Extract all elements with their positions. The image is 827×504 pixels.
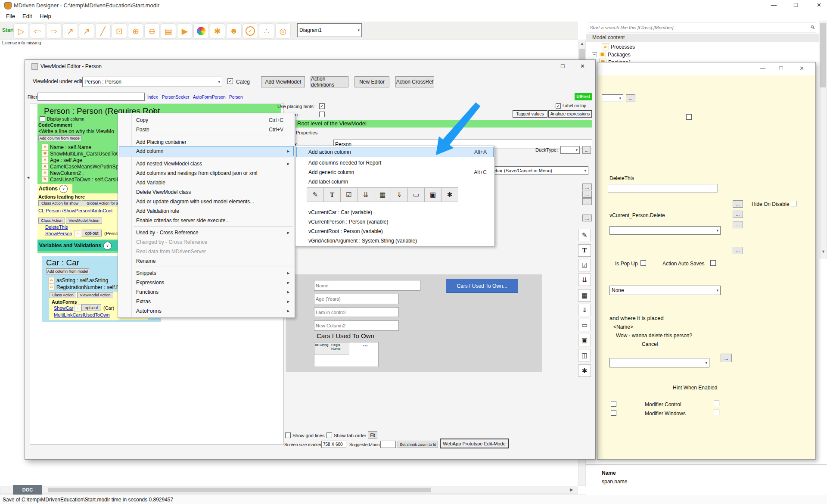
scroll-right-icon[interactable]: ▶: [570, 487, 573, 492]
column-row[interactable]: ACamelCaseMeansWePutInSpa: [42, 163, 121, 170]
maximize-button[interactable]: □: [561, 62, 564, 69]
download-icon[interactable]: ⇓: [391, 187, 408, 202]
submenu-item-add-label-column[interactable]: Add label column: [308, 177, 493, 187]
menu-item-add-placing-container[interactable]: Add Placing container: [136, 137, 293, 147]
filter-link-personseeker[interactable]: PersonSeeker: [162, 95, 189, 100]
minimize-button[interactable]: —: [771, 2, 777, 8]
back-arrow-icon[interactable]: ⇦: [30, 23, 45, 39]
menu-item-add-validation-rule[interactable]: Add Validation rule: [136, 206, 293, 216]
column-row[interactable]: AAge : self.Age: [42, 157, 82, 163]
menu-file[interactable]: File: [6, 13, 15, 19]
minimize-button[interactable]: —: [541, 63, 547, 70]
delete-this-link[interactable]: DeleteThis: [45, 224, 68, 230]
opt-out-button[interactable]: opt-out: [81, 304, 101, 311]
show-grid-lines-checkbox[interactable]: [285, 432, 291, 438]
image-icon[interactable]: ▣: [578, 334, 591, 346]
search-icon[interactable]: 🔍︎: [810, 25, 815, 31]
filter-input[interactable]: [37, 93, 145, 101]
edit-pencil-icon[interactable]: ✎: [307, 187, 324, 202]
requires-root-checkbox[interactable]: [146, 103, 152, 103]
suggested-zoom-field[interactable]: [380, 441, 396, 448]
search-input[interactable]: [588, 22, 816, 33]
debug-rings-icon[interactable]: ◎: [275, 23, 291, 39]
submenu-item-add-generic-column[interactable]: Add generic columnAlt+C: [308, 168, 493, 177]
canvas-hscrollbar[interactable]: ▶: [0, 486, 578, 494]
ellipsis-button[interactable]: ...: [733, 211, 743, 218]
column-row[interactable]: ARegistrationNumber : self.R: [48, 284, 120, 290]
close-button[interactable]: ✕: [817, 2, 821, 8]
download-icon[interactable]: ⇓: [578, 304, 591, 316]
use-placing-hints-checkbox[interactable]: [319, 103, 325, 109]
submenu-item-vgridactionargument[interactable]: vGridActionArgument : System.String (var…: [308, 236, 493, 246]
ellipsis-button[interactable]: ...: [582, 146, 591, 154]
menu-item-snippets[interactable]: Snippets►: [136, 268, 293, 278]
class-action-tab[interactable]: Class Action: [38, 218, 65, 224]
codegen-checkbox[interactable]: [319, 112, 325, 117]
viewmodel-action-tab[interactable]: ViewModel Action: [66, 218, 102, 224]
class-action-for-show-tab[interactable]: Class Action for show: [38, 200, 81, 206]
tree-item-packages[interactable]: − ▣ Packages: [592, 51, 631, 58]
preview-control-field[interactable]: [314, 307, 399, 317]
ellipsis-button[interactable]: ...: [626, 94, 635, 102]
filter-link-person[interactable]: Person: [229, 95, 243, 100]
ellipsis-button[interactable]: ...: [582, 191, 592, 198]
scroll-down-icon[interactable]: ▼: [821, 249, 825, 254]
edit-pencil-icon[interactable]: ✎: [578, 229, 591, 241]
cl-person-link[interactable]: CL:Person /ShowPersonIAmInCont: [38, 208, 112, 213]
modifier-windows-checkbox[interactable]: [714, 410, 719, 415]
add-viewmodel-button[interactable]: Add ViewModel: [261, 76, 305, 87]
menu-item-add-variable[interactable]: Add Variable: [136, 178, 293, 187]
submenu-item-vcurrentcar[interactable]: vCurrentCar : Car (variable): [308, 208, 493, 217]
tagged-values-button[interactable]: Tagged values: [513, 110, 547, 118]
is-pop-up-checkbox[interactable]: [640, 260, 646, 266]
chevron-down-icon[interactable]: ∨: [59, 185, 68, 193]
column-row[interactable]: ANewColumn2 :: [42, 170, 84, 176]
menu-item-add-nested-viewmodel[interactable]: Add nested ViewModel class►: [136, 159, 293, 168]
analyze-expressions-button[interactable]: Analyze expressions: [548, 110, 592, 118]
run-icon[interactable]: ▷: [13, 23, 29, 39]
screen-size-field[interactable]: [321, 441, 346, 448]
collapse-expander-icon[interactable]: −: [592, 52, 597, 57]
menu-item-add-column[interactable]: Add column►: [136, 146, 293, 156]
forward-arrow-icon[interactable]: ⇨: [46, 23, 62, 39]
text-icon[interactable]: T: [323, 187, 341, 202]
modifier-checkbox[interactable]: [611, 410, 616, 416]
ellipsis-button[interactable]: ...: [721, 354, 732, 362]
gear-window-icon[interactable]: ✱: [441, 187, 458, 202]
fit-button[interactable]: Fit: [368, 431, 377, 439]
viewmodel-combo[interactable]: Person : Person▾: [82, 77, 222, 87]
panel-vscrollbar[interactable]: ▼: [819, 21, 827, 258]
run-window-icon[interactable]: ▶: [177, 23, 193, 39]
list-arrow-icon[interactable]: ⇊: [578, 274, 591, 286]
diagram-combo[interactable]: Diagram1▾: [297, 23, 362, 37]
ellipsis-button[interactable]: ...: [733, 221, 743, 228]
menu-item-add-columns-clipboard[interactable]: Add columns and nestings from clipboard …: [136, 168, 293, 178]
uifirst-badge[interactable]: UIFirst: [575, 93, 592, 100]
list-arrow-icon[interactable]: ⇊: [357, 187, 374, 202]
maximize-button[interactable]: □: [794, 1, 797, 8]
viewmodel-action-tab[interactable]: ViewModel Action: [77, 292, 113, 298]
calendar-icon[interactable]: ▦: [374, 187, 391, 202]
delete-this-field[interactable]: [608, 184, 718, 193]
grid-column-header[interactable]: as String: [314, 342, 332, 355]
checkbox-icon[interactable]: ☑: [340, 187, 358, 202]
menu-item-paste[interactable]: PasteCtrl+V: [136, 125, 293, 134]
add-column-from-model-button[interactable]: Add column from model: [46, 268, 89, 274]
column-row[interactable]: AName : self.Name: [42, 144, 91, 150]
association-arrow-icon[interactable]: ↗: [79, 23, 94, 39]
settings-gears-icon[interactable]: ✱: [210, 23, 225, 39]
hide-on-disable-checkbox[interactable]: [791, 201, 796, 206]
gear-window-icon[interactable]: ✱: [578, 364, 591, 377]
button-icon[interactable]: ▭: [407, 187, 425, 202]
diagram-nodes-icon[interactable]: ∴: [259, 23, 274, 39]
frame-select-icon[interactable]: ⊡: [112, 23, 127, 39]
modifier-checkbox[interactable]: [611, 401, 616, 407]
variables-validations-bar[interactable]: Variables and Validations ∨: [37, 240, 118, 251]
zoom-in-icon[interactable]: ⊕: [128, 23, 143, 39]
user-key-icon[interactable]: ☻: [226, 23, 242, 39]
ducktype-combo[interactable]: ▾: [560, 146, 580, 154]
menu-item-extras[interactable]: Extras►: [136, 297, 293, 306]
show-car-link[interactable]: ShowCar: [54, 305, 73, 311]
text-icon[interactable]: T: [578, 244, 591, 257]
filter-link-autoformperson[interactable]: AutoFormPerson: [193, 95, 226, 100]
